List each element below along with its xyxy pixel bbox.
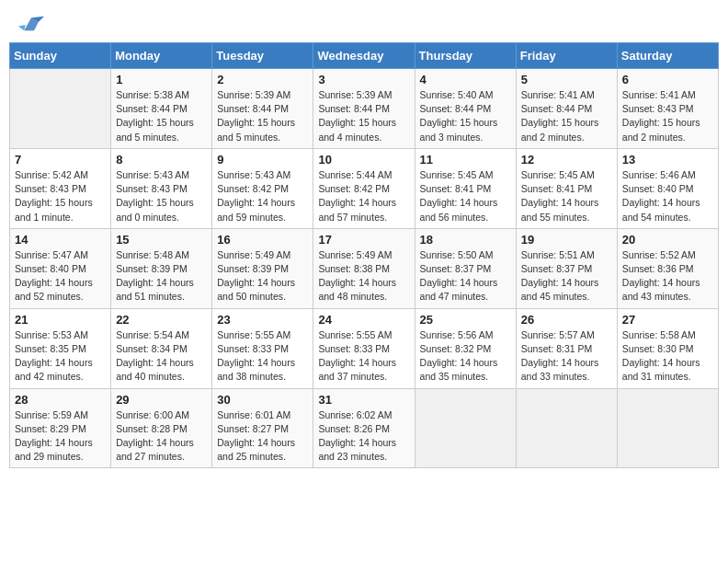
calendar-cell: 21Sunrise: 5:53 AMSunset: 8:35 PMDayligh… [10,308,111,388]
calendar-cell: 16Sunrise: 5:49 AMSunset: 8:39 PMDayligh… [212,228,313,308]
calendar-cell: 28Sunrise: 5:59 AMSunset: 8:29 PMDayligh… [10,388,111,468]
calendar-cell: 10Sunrise: 5:44 AMSunset: 8:42 PMDayligh… [313,148,415,228]
page-header [0,0,728,42]
weekday-header-sunday: Sunday [10,43,111,69]
calendar-cell: 4Sunrise: 5:40 AMSunset: 8:44 PMDaylight… [415,69,516,149]
calendar-cell: 25Sunrise: 5:56 AMSunset: 8:32 PMDayligh… [415,308,516,388]
calendar-body: 1Sunrise: 5:38 AMSunset: 8:44 PMDaylight… [10,69,719,468]
day-number: 1 [116,73,207,86]
calendar-cell: 24Sunrise: 5:55 AMSunset: 8:33 PMDayligh… [313,308,415,388]
calendar-cell: 11Sunrise: 5:45 AMSunset: 8:41 PMDayligh… [415,148,516,228]
day-number: 18 [420,233,511,247]
calendar-cell [415,388,516,468]
day-info: Sunrise: 5:51 AMSunset: 8:37 PMDaylight:… [521,248,612,304]
day-info: Sunrise: 5:41 AMSunset: 8:43 PMDaylight:… [622,88,713,144]
day-info: Sunrise: 5:50 AMSunset: 8:37 PMDaylight:… [420,248,511,304]
day-number: 12 [521,153,612,167]
day-number: 6 [622,73,713,86]
day-info: Sunrise: 5:58 AMSunset: 8:30 PMDaylight:… [622,328,713,385]
day-number: 9 [217,153,308,167]
day-info: Sunrise: 6:02 AMSunset: 8:26 PMDaylight:… [318,408,409,465]
calendar-table: SundayMondayTuesdayWednesdayThursdayFrid… [9,42,719,468]
day-info: Sunrise: 6:01 AMSunset: 8:27 PMDaylight:… [217,408,308,465]
svg-marker-2 [18,25,26,30]
day-info: Sunrise: 5:45 AMSunset: 8:41 PMDaylight:… [521,168,612,224]
day-number: 11 [420,153,511,167]
calendar-cell: 23Sunrise: 5:55 AMSunset: 8:33 PMDayligh… [212,308,313,388]
day-number: 5 [521,73,612,86]
calendar-cell: 14Sunrise: 5:47 AMSunset: 8:40 PMDayligh… [10,228,111,308]
calendar-cell: 20Sunrise: 5:52 AMSunset: 8:36 PMDayligh… [617,228,718,308]
calendar-cell: 7Sunrise: 5:42 AMSunset: 8:43 PMDaylight… [10,148,111,228]
calendar-cell: 30Sunrise: 6:01 AMSunset: 8:27 PMDayligh… [212,388,313,468]
day-number: 30 [217,393,308,407]
day-number: 22 [116,313,207,327]
day-info: Sunrise: 5:45 AMSunset: 8:41 PMDaylight:… [420,168,511,224]
day-info: Sunrise: 5:44 AMSunset: 8:42 PMDaylight:… [318,168,409,224]
weekday-header-thursday: Thursday [415,43,516,69]
logo [18,15,48,35]
calendar-cell: 9Sunrise: 5:43 AMSunset: 8:42 PMDaylight… [212,148,313,228]
day-number: 17 [318,233,409,247]
calendar-cell: 18Sunrise: 5:50 AMSunset: 8:37 PMDayligh… [415,228,516,308]
calendar-header: SundayMondayTuesdayWednesdayThursdayFrid… [10,43,719,69]
calendar-cell: 2Sunrise: 5:39 AMSunset: 8:44 PMDaylight… [212,69,313,149]
day-info: Sunrise: 5:49 AMSunset: 8:38 PMDaylight:… [318,248,409,304]
calendar-cell: 6Sunrise: 5:41 AMSunset: 8:43 PMDaylight… [617,69,718,149]
day-info: Sunrise: 5:39 AMSunset: 8:44 PMDaylight:… [318,88,409,144]
logo-bird-icon [18,15,44,35]
calendar-week-2: 7Sunrise: 5:42 AMSunset: 8:43 PMDaylight… [10,148,719,228]
calendar-cell: 29Sunrise: 6:00 AMSunset: 8:28 PMDayligh… [111,388,212,468]
day-info: Sunrise: 5:55 AMSunset: 8:33 PMDaylight:… [217,328,308,385]
day-number: 28 [15,393,106,407]
calendar-week-3: 14Sunrise: 5:47 AMSunset: 8:40 PMDayligh… [10,228,719,308]
weekday-header-saturday: Saturday [617,43,718,69]
day-number: 4 [420,73,511,86]
day-number: 20 [622,233,713,247]
weekday-header-friday: Friday [516,43,617,69]
day-info: Sunrise: 5:52 AMSunset: 8:36 PMDaylight:… [622,248,713,304]
day-info: Sunrise: 5:53 AMSunset: 8:35 PMDaylight:… [15,328,106,385]
day-number: 31 [318,393,409,407]
calendar-cell: 12Sunrise: 5:45 AMSunset: 8:41 PMDayligh… [516,148,617,228]
day-number: 26 [521,313,612,327]
day-info: Sunrise: 5:57 AMSunset: 8:31 PMDaylight:… [521,328,612,385]
day-number: 10 [318,153,409,167]
day-info: Sunrise: 5:55 AMSunset: 8:33 PMDaylight:… [318,328,409,385]
calendar-cell: 19Sunrise: 5:51 AMSunset: 8:37 PMDayligh… [516,228,617,308]
day-number: 27 [622,313,713,327]
calendar-cell: 31Sunrise: 6:02 AMSunset: 8:26 PMDayligh… [313,388,415,468]
day-info: Sunrise: 5:41 AMSunset: 8:44 PMDaylight:… [521,88,612,144]
day-number: 7 [15,153,106,167]
calendar-container: SundayMondayTuesdayWednesdayThursdayFrid… [0,42,728,477]
day-info: Sunrise: 5:39 AMSunset: 8:44 PMDaylight:… [217,88,308,144]
day-info: Sunrise: 5:43 AMSunset: 8:43 PMDaylight:… [116,168,207,224]
day-number: 15 [116,233,207,247]
calendar-cell: 17Sunrise: 5:49 AMSunset: 8:38 PMDayligh… [313,228,415,308]
day-info: Sunrise: 5:46 AMSunset: 8:40 PMDaylight:… [622,168,713,224]
day-number: 24 [318,313,409,327]
day-number: 21 [15,313,106,327]
day-info: Sunrise: 5:54 AMSunset: 8:34 PMDaylight:… [116,328,207,385]
day-info: Sunrise: 6:00 AMSunset: 8:28 PMDaylight:… [116,408,207,465]
calendar-cell: 3Sunrise: 5:39 AMSunset: 8:44 PMDaylight… [313,69,415,149]
calendar-week-5: 28Sunrise: 5:59 AMSunset: 8:29 PMDayligh… [10,388,719,468]
calendar-cell [516,388,617,468]
calendar-cell: 15Sunrise: 5:48 AMSunset: 8:39 PMDayligh… [111,228,212,308]
day-info: Sunrise: 5:47 AMSunset: 8:40 PMDaylight:… [15,248,106,304]
calendar-cell: 1Sunrise: 5:38 AMSunset: 8:44 PMDaylight… [111,69,212,149]
calendar-cell [617,388,718,468]
day-info: Sunrise: 5:43 AMSunset: 8:42 PMDaylight:… [217,168,308,224]
day-number: 23 [217,313,308,327]
calendar-week-4: 21Sunrise: 5:53 AMSunset: 8:35 PMDayligh… [10,308,719,388]
calendar-week-1: 1Sunrise: 5:38 AMSunset: 8:44 PMDaylight… [10,69,719,149]
calendar-cell: 27Sunrise: 5:58 AMSunset: 8:30 PMDayligh… [617,308,718,388]
weekday-header-tuesday: Tuesday [212,43,313,69]
day-number: 25 [420,313,511,327]
day-number: 13 [622,153,713,167]
day-number: 16 [217,233,308,247]
day-info: Sunrise: 5:56 AMSunset: 8:32 PMDaylight:… [420,328,511,385]
calendar-cell: 5Sunrise: 5:41 AMSunset: 8:44 PMDaylight… [516,69,617,149]
day-info: Sunrise: 5:49 AMSunset: 8:39 PMDaylight:… [217,248,308,304]
day-number: 2 [217,73,308,86]
